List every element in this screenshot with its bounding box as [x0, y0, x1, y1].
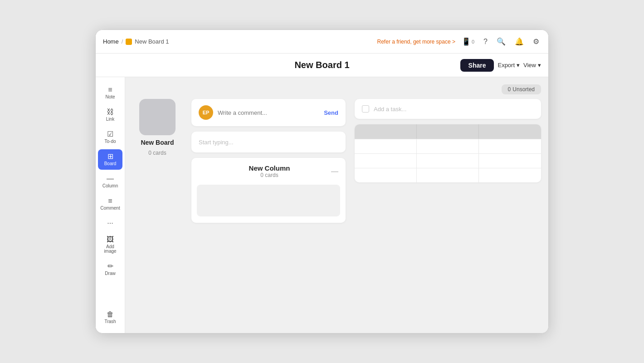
- sidebar-item-todo[interactable]: ☑ To-do: [98, 127, 122, 147]
- table-header-cell-3: [479, 124, 541, 139]
- table-cell[interactable]: [479, 154, 541, 168]
- sidebar-item-link[interactable]: ⛓ Link: [98, 105, 122, 125]
- sidebar-item-add-image[interactable]: 🖼 Add image: [98, 232, 122, 257]
- table-cell[interactable]: [479, 139, 541, 154]
- breadcrumb: Home / New Board 1: [103, 38, 169, 45]
- new-column-title: New Column: [208, 164, 331, 172]
- title-bar: New Board 1 Share Export ▾ View ▾: [96, 54, 548, 77]
- new-column-count: 0 cards: [208, 172, 331, 178]
- text-card[interactable]: Start typing...: [191, 132, 346, 152]
- sidebar-item-more[interactable]: ···: [98, 216, 122, 231]
- board-area: New Board 0 cards EP Send Start typing..…: [132, 99, 541, 223]
- sidebar-trash-label: Trash: [104, 319, 116, 324]
- table-header-cell-2: [417, 124, 479, 139]
- todo-icon: ☑: [107, 131, 113, 138]
- search-icon: 🔍: [497, 37, 506, 46]
- board-cards-count: 0 cards: [148, 150, 166, 156]
- phone-badge: 0: [472, 39, 474, 44]
- view-label: View: [523, 62, 536, 69]
- notification-icon-btn[interactable]: 🔔: [513, 36, 526, 47]
- new-column-header: New Column 0 cards —: [191, 158, 346, 181]
- export-chevron-icon: ▾: [517, 62, 520, 69]
- breadcrumb-current-page: New Board 1: [135, 38, 169, 45]
- table-cell[interactable]: [355, 139, 417, 154]
- view-button[interactable]: View ▾: [523, 62, 541, 69]
- table-cell[interactable]: [355, 154, 417, 168]
- trash-icon: 🗑: [107, 311, 114, 318]
- table-header-cell-1: [355, 124, 417, 139]
- settings-icon-btn[interactable]: ⚙: [531, 36, 541, 47]
- sidebar-draw-label: Draw: [105, 271, 115, 276]
- board-name: New Board: [141, 139, 174, 146]
- new-column-card: New Column 0 cards —: [191, 158, 346, 223]
- sidebar-item-trash[interactable]: 🗑 Trash: [98, 307, 122, 328]
- sidebar-link-label: Link: [106, 117, 114, 122]
- sidebar-item-board[interactable]: ⊞ Board: [98, 149, 122, 170]
- sidebar-item-comment[interactable]: ≡ Comment: [98, 194, 122, 214]
- task-placeholder: Add a task...: [374, 106, 406, 113]
- table-cell[interactable]: [417, 154, 479, 168]
- bell-icon: 🔔: [515, 37, 524, 46]
- comment-input[interactable]: [218, 109, 319, 116]
- share-button[interactable]: Share: [460, 59, 494, 72]
- sidebar-item-column[interactable]: — Column: [98, 172, 122, 192]
- comment-icon: ≡: [108, 197, 112, 205]
- page-title: New Board 1: [294, 60, 349, 70]
- app-body: ≡ Note ⛓ Link ☑ To-do ⊞ Board — Column ≡…: [96, 77, 548, 333]
- table-cell[interactable]: [355, 168, 417, 182]
- board-card: New Board 0 cards: [132, 99, 182, 156]
- top-bar: Home / New Board 1 Refer a friend, get m…: [96, 30, 548, 54]
- task-checkbox[interactable]: [362, 105, 369, 113]
- title-actions: Share Export ▾ View ▾: [460, 59, 541, 72]
- sidebar-add-image-label: Add image: [101, 245, 120, 254]
- sidebar-note-label: Note: [105, 95, 115, 99]
- sidebar-item-note[interactable]: ≡ Note: [98, 83, 122, 103]
- board-color-icon: [126, 39, 132, 45]
- add-image-icon: 🖼: [107, 236, 114, 243]
- topbar-right: Refer a friend, get more space > 📱 0 ? 🔍…: [377, 36, 541, 47]
- export-button[interactable]: Export ▾: [498, 62, 520, 69]
- board-icon: ⊞: [107, 153, 113, 160]
- sidebar-item-draw[interactable]: ✏ Draw: [98, 259, 122, 280]
- table-cell[interactable]: [417, 139, 479, 154]
- export-label: Export: [498, 62, 515, 69]
- board-thumbnail[interactable]: [139, 99, 176, 135]
- comment-card: EP Send: [191, 99, 346, 126]
- sidebar: ≡ Note ⛓ Link ☑ To-do ⊞ Board — Column ≡…: [96, 77, 125, 333]
- table-card: Add a task...: [355, 99, 541, 182]
- link-icon: ⛓: [107, 108, 114, 116]
- search-icon-btn[interactable]: 🔍: [495, 36, 507, 47]
- phone-icon-btn[interactable]: 📱 0: [460, 36, 476, 47]
- table-cell[interactable]: [417, 168, 479, 182]
- table-header-row: [355, 124, 541, 139]
- new-column-body: [197, 185, 340, 216]
- sidebar-column-label: Column: [102, 184, 118, 188]
- table-grid: [355, 124, 541, 182]
- table-row: [355, 153, 541, 168]
- avatar: EP: [199, 105, 213, 120]
- unsorted-count: 0: [508, 86, 511, 93]
- sidebar-board-label: Board: [104, 162, 117, 166]
- text-placeholder: Start typing...: [199, 139, 234, 146]
- gear-icon: ⚙: [533, 37, 539, 46]
- table-row: [355, 168, 541, 182]
- app-window: Home / New Board 1 Refer a friend, get m…: [95, 29, 549, 334]
- breadcrumb-separator: /: [122, 38, 123, 45]
- help-icon-btn[interactable]: ?: [482, 37, 489, 47]
- draw-icon: ✏: [107, 263, 113, 270]
- more-icon: ···: [107, 220, 113, 227]
- table-row: [355, 139, 541, 153]
- send-button[interactable]: Send: [324, 109, 338, 116]
- refer-link[interactable]: Refer a friend, get more space >: [377, 39, 455, 45]
- phone-icon: 📱: [462, 37, 471, 46]
- main-content: 0 Unsorted New Board 0 cards EP Se: [125, 77, 548, 333]
- topbar-icons: 📱 0 ? 🔍 🔔 ⚙: [460, 36, 541, 47]
- help-icon: ?: [483, 38, 488, 46]
- content-cards: EP Send Start typing... New Column: [191, 99, 346, 223]
- unsorted-label: Unsorted: [512, 86, 535, 93]
- column-icon: —: [107, 175, 114, 182]
- breadcrumb-home[interactable]: Home: [103, 38, 119, 45]
- table-cell[interactable]: [479, 168, 541, 182]
- unsorted-badge: 0 Unsorted: [502, 84, 541, 94]
- new-column-menu-icon[interactable]: —: [331, 167, 338, 176]
